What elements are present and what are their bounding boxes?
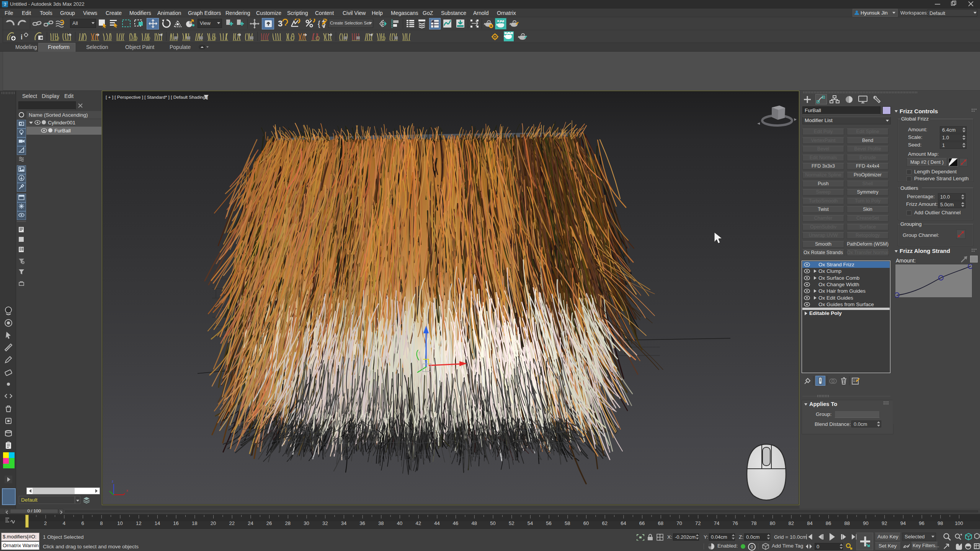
svg-text:80: 80 — [770, 520, 775, 526]
svg-text:88: 88 — [844, 520, 850, 526]
svg-text:78: 78 — [751, 520, 756, 526]
svg-text:70: 70 — [676, 520, 682, 526]
svg-text:z: z — [112, 479, 114, 483]
svg-text:x: x — [126, 489, 128, 492]
svg-text:76: 76 — [732, 520, 738, 526]
svg-text:30: 30 — [304, 520, 309, 526]
svg-text:56: 56 — [546, 520, 551, 526]
svg-text:24: 24 — [248, 520, 253, 526]
svg-text:6: 6 — [81, 520, 84, 526]
svg-text:82: 82 — [788, 520, 794, 526]
svg-text:28: 28 — [285, 520, 291, 526]
svg-text:3: 3 — [278, 19, 283, 28]
svg-text:44: 44 — [434, 520, 439, 526]
svg-text:96: 96 — [919, 520, 924, 526]
svg-text:4: 4 — [63, 520, 65, 526]
svg-text:92: 92 — [882, 520, 887, 526]
svg-text:72: 72 — [695, 520, 701, 526]
svg-text:60: 60 — [583, 520, 589, 526]
svg-text:32: 32 — [322, 520, 328, 526]
svg-text:74: 74 — [714, 520, 719, 526]
svg-text:48: 48 — [472, 520, 477, 526]
svg-text:10: 10 — [117, 520, 122, 526]
svg-text:20: 20 — [211, 520, 216, 526]
svg-text:46: 46 — [453, 520, 458, 526]
svg-text:26: 26 — [266, 520, 272, 526]
svg-text:68: 68 — [658, 520, 663, 526]
svg-text:52: 52 — [509, 520, 514, 526]
svg-text:50: 50 — [490, 520, 495, 526]
svg-text:62: 62 — [602, 520, 607, 526]
svg-text:38: 38 — [378, 520, 384, 526]
svg-text:90: 90 — [863, 520, 868, 526]
svg-text:58: 58 — [565, 520, 570, 526]
svg-text:22: 22 — [229, 520, 234, 526]
svg-text:36: 36 — [359, 520, 365, 526]
svg-text:18: 18 — [192, 520, 197, 526]
svg-text:54: 54 — [528, 520, 533, 526]
svg-text:40: 40 — [397, 520, 402, 526]
svg-text:94: 94 — [900, 520, 906, 526]
svg-text:8: 8 — [100, 520, 103, 526]
svg-text:i: i — [21, 33, 23, 41]
svg-text:66: 66 — [639, 520, 645, 526]
svg-text:42: 42 — [415, 520, 421, 526]
svg-text:3: 3 — [4, 2, 6, 7]
svg-text:12: 12 — [136, 520, 141, 526]
svg-text:98: 98 — [938, 520, 943, 526]
svg-text:{: { — [318, 20, 320, 28]
svg-text:[ + ] [ Perspective ] [ Standa: [ + ] [ Perspective ] [ Standard* ] [ De… — [106, 95, 208, 100]
svg-text:2: 2 — [44, 520, 47, 526]
svg-text:86: 86 — [826, 520, 831, 526]
svg-text:64: 64 — [621, 520, 626, 526]
svg-text:84: 84 — [807, 520, 812, 526]
svg-text:14: 14 — [155, 520, 160, 526]
svg-text:34: 34 — [341, 520, 346, 526]
svg-text:0: 0 — [751, 544, 753, 549]
svg-text:16: 16 — [173, 520, 178, 526]
svg-text:100: 100 — [955, 520, 963, 526]
